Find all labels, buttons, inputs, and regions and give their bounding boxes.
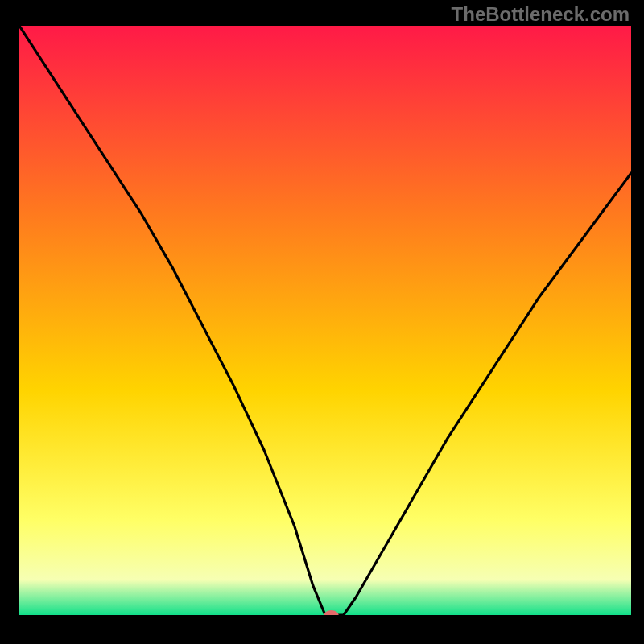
chart-svg — [19, 26, 631, 615]
chart-frame: TheBottleneck.com — [0, 0, 644, 644]
gradient-background — [19, 26, 631, 615]
watermark-text: TheBottleneck.com — [452, 3, 630, 26]
plot-area — [19, 26, 631, 615]
